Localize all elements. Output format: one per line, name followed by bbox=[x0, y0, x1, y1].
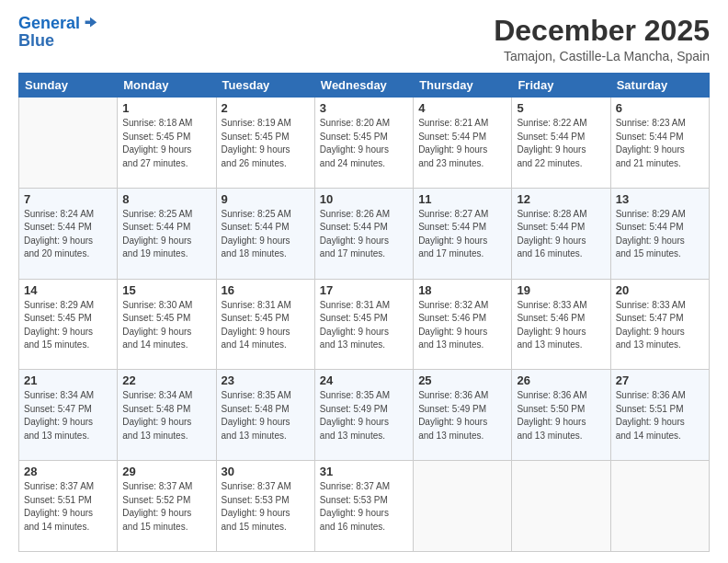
calendar-cell: 19Sunrise: 8:33 AM Sunset: 5:46 PM Dayli… bbox=[512, 279, 610, 370]
calendar-week-row: 7Sunrise: 8:24 AM Sunset: 5:44 PM Daylig… bbox=[19, 188, 710, 279]
day-info: Sunrise: 8:18 AM Sunset: 5:45 PM Dayligh… bbox=[122, 117, 210, 170]
calendar-cell: 26Sunrise: 8:36 AM Sunset: 5:50 PM Dayli… bbox=[512, 370, 610, 461]
day-number: 14 bbox=[24, 283, 112, 297]
day-info: Sunrise: 8:35 AM Sunset: 5:49 PM Dayligh… bbox=[320, 389, 408, 442]
calendar: SundayMondayTuesdayWednesdayThursdayFrid… bbox=[18, 73, 710, 552]
day-info: Sunrise: 8:26 AM Sunset: 5:44 PM Dayligh… bbox=[320, 208, 408, 261]
calendar-cell: 31Sunrise: 8:37 AM Sunset: 5:53 PM Dayli… bbox=[314, 461, 413, 552]
calendar-week-row: 28Sunrise: 8:37 AM Sunset: 5:51 PM Dayli… bbox=[19, 461, 710, 552]
day-info: Sunrise: 8:37 AM Sunset: 5:51 PM Dayligh… bbox=[24, 480, 112, 534]
calendar-cell: 13Sunrise: 8:29 AM Sunset: 5:44 PM Dayli… bbox=[610, 188, 709, 279]
calendar-cell: 12Sunrise: 8:28 AM Sunset: 5:44 PM Dayli… bbox=[512, 188, 610, 279]
day-info: Sunrise: 8:29 AM Sunset: 5:45 PM Dayligh… bbox=[24, 299, 112, 352]
day-number: 7 bbox=[24, 192, 112, 206]
day-info: Sunrise: 8:35 AM Sunset: 5:48 PM Dayligh… bbox=[222, 389, 310, 442]
day-number: 4 bbox=[418, 101, 506, 115]
page: General Blue December 2025 Tamajon, Cast… bbox=[0, 0, 728, 563]
day-info: Sunrise: 8:28 AM Sunset: 5:44 PM Dayligh… bbox=[517, 208, 605, 261]
calendar-cell: 3Sunrise: 8:20 AM Sunset: 5:45 PM Daylig… bbox=[314, 98, 413, 189]
day-number: 18 bbox=[418, 283, 506, 297]
day-number: 16 bbox=[222, 283, 310, 297]
calendar-cell: 6Sunrise: 8:23 AM Sunset: 5:44 PM Daylig… bbox=[610, 98, 709, 189]
day-info: Sunrise: 8:37 AM Sunset: 5:53 PM Dayligh… bbox=[222, 480, 310, 534]
calendar-header-friday: Friday bbox=[512, 74, 610, 98]
day-number: 12 bbox=[517, 192, 605, 206]
day-info: Sunrise: 8:37 AM Sunset: 5:52 PM Dayligh… bbox=[122, 480, 210, 534]
calendar-cell: 16Sunrise: 8:31 AM Sunset: 5:45 PM Dayli… bbox=[216, 279, 314, 370]
svg-marker-0 bbox=[85, 17, 97, 28]
day-info: Sunrise: 8:31 AM Sunset: 5:45 PM Dayligh… bbox=[320, 299, 408, 352]
logo: General Blue bbox=[18, 15, 98, 51]
calendar-cell: 30Sunrise: 8:37 AM Sunset: 5:53 PM Dayli… bbox=[216, 461, 314, 552]
day-number: 20 bbox=[616, 283, 704, 297]
day-info: Sunrise: 8:31 AM Sunset: 5:45 PM Dayligh… bbox=[222, 299, 310, 352]
calendar-week-row: 14Sunrise: 8:29 AM Sunset: 5:45 PM Dayli… bbox=[19, 279, 710, 370]
day-info: Sunrise: 8:36 AM Sunset: 5:51 PM Dayligh… bbox=[616, 389, 704, 442]
calendar-cell: 29Sunrise: 8:37 AM Sunset: 5:52 PM Dayli… bbox=[118, 461, 216, 552]
calendar-cell: 22Sunrise: 8:34 AM Sunset: 5:48 PM Dayli… bbox=[118, 370, 216, 461]
logo-flag-icon bbox=[82, 16, 98, 32]
day-info: Sunrise: 8:33 AM Sunset: 5:46 PM Dayligh… bbox=[517, 299, 605, 352]
day-info: Sunrise: 8:36 AM Sunset: 5:49 PM Dayligh… bbox=[418, 389, 506, 442]
calendar-cell: 25Sunrise: 8:36 AM Sunset: 5:49 PM Dayli… bbox=[414, 370, 512, 461]
calendar-cell: 5Sunrise: 8:22 AM Sunset: 5:44 PM Daylig… bbox=[512, 98, 610, 189]
day-number: 8 bbox=[122, 192, 210, 206]
day-number: 29 bbox=[122, 465, 210, 478]
day-info: Sunrise: 8:27 AM Sunset: 5:44 PM Dayligh… bbox=[418, 208, 506, 261]
day-info: Sunrise: 8:23 AM Sunset: 5:44 PM Dayligh… bbox=[616, 117, 704, 170]
calendar-cell: 23Sunrise: 8:35 AM Sunset: 5:48 PM Dayli… bbox=[216, 370, 314, 461]
calendar-header-tuesday: Tuesday bbox=[216, 74, 314, 98]
day-info: Sunrise: 8:33 AM Sunset: 5:47 PM Dayligh… bbox=[616, 299, 704, 352]
day-number: 2 bbox=[222, 101, 310, 115]
day-number: 21 bbox=[24, 373, 112, 387]
day-info: Sunrise: 8:32 AM Sunset: 5:46 PM Dayligh… bbox=[418, 299, 506, 352]
calendar-cell: 4Sunrise: 8:21 AM Sunset: 5:44 PM Daylig… bbox=[414, 98, 512, 189]
calendar-cell: 21Sunrise: 8:34 AM Sunset: 5:47 PM Dayli… bbox=[19, 370, 118, 461]
calendar-header-sunday: Sunday bbox=[19, 74, 118, 98]
day-number: 10 bbox=[320, 192, 408, 206]
day-number: 25 bbox=[418, 373, 506, 387]
main-title: December 2025 bbox=[494, 15, 710, 47]
day-number: 23 bbox=[222, 373, 310, 387]
day-number: 6 bbox=[616, 101, 704, 115]
calendar-cell: 1Sunrise: 8:18 AM Sunset: 5:45 PM Daylig… bbox=[118, 98, 216, 189]
day-info: Sunrise: 8:22 AM Sunset: 5:44 PM Dayligh… bbox=[517, 117, 605, 170]
day-number: 26 bbox=[517, 373, 605, 387]
calendar-cell bbox=[414, 461, 512, 552]
day-number: 24 bbox=[320, 373, 408, 387]
calendar-cell bbox=[610, 461, 709, 552]
day-number: 17 bbox=[320, 283, 408, 297]
calendar-week-row: 1Sunrise: 8:18 AM Sunset: 5:45 PM Daylig… bbox=[19, 98, 710, 189]
day-info: Sunrise: 8:20 AM Sunset: 5:45 PM Dayligh… bbox=[320, 117, 408, 170]
day-number: 13 bbox=[616, 192, 704, 206]
day-info: Sunrise: 8:19 AM Sunset: 5:45 PM Dayligh… bbox=[222, 117, 310, 170]
day-number: 19 bbox=[517, 283, 605, 297]
day-info: Sunrise: 8:21 AM Sunset: 5:44 PM Dayligh… bbox=[418, 117, 506, 170]
calendar-cell: 15Sunrise: 8:30 AM Sunset: 5:45 PM Dayli… bbox=[118, 279, 216, 370]
calendar-cell: 28Sunrise: 8:37 AM Sunset: 5:51 PM Dayli… bbox=[19, 461, 118, 552]
day-number: 15 bbox=[122, 283, 210, 297]
calendar-cell: 24Sunrise: 8:35 AM Sunset: 5:49 PM Dayli… bbox=[314, 370, 413, 461]
day-number: 31 bbox=[320, 465, 408, 478]
day-info: Sunrise: 8:36 AM Sunset: 5:50 PM Dayligh… bbox=[517, 389, 605, 442]
day-info: Sunrise: 8:37 AM Sunset: 5:53 PM Dayligh… bbox=[320, 480, 408, 534]
day-info: Sunrise: 8:34 AM Sunset: 5:47 PM Dayligh… bbox=[24, 389, 112, 442]
calendar-cell: 9Sunrise: 8:25 AM Sunset: 5:44 PM Daylig… bbox=[216, 188, 314, 279]
day-info: Sunrise: 8:25 AM Sunset: 5:44 PM Dayligh… bbox=[222, 208, 310, 261]
calendar-cell: 7Sunrise: 8:24 AM Sunset: 5:44 PM Daylig… bbox=[19, 188, 118, 279]
day-number: 22 bbox=[122, 373, 210, 387]
calendar-cell bbox=[512, 461, 610, 552]
day-info: Sunrise: 8:30 AM Sunset: 5:45 PM Dayligh… bbox=[122, 299, 210, 352]
calendar-cell bbox=[19, 98, 118, 189]
day-number: 5 bbox=[517, 101, 605, 115]
calendar-cell: 20Sunrise: 8:33 AM Sunset: 5:47 PM Dayli… bbox=[610, 279, 709, 370]
day-number: 11 bbox=[418, 192, 506, 206]
day-info: Sunrise: 8:24 AM Sunset: 5:44 PM Dayligh… bbox=[24, 208, 112, 261]
day-number: 27 bbox=[616, 373, 704, 387]
calendar-cell: 27Sunrise: 8:36 AM Sunset: 5:51 PM Dayli… bbox=[610, 370, 709, 461]
day-number: 9 bbox=[222, 192, 310, 206]
calendar-cell: 17Sunrise: 8:31 AM Sunset: 5:45 PM Dayli… bbox=[314, 279, 413, 370]
calendar-cell: 14Sunrise: 8:29 AM Sunset: 5:45 PM Dayli… bbox=[19, 279, 118, 370]
calendar-cell: 10Sunrise: 8:26 AM Sunset: 5:44 PM Dayli… bbox=[314, 188, 413, 279]
day-number: 1 bbox=[122, 101, 210, 115]
